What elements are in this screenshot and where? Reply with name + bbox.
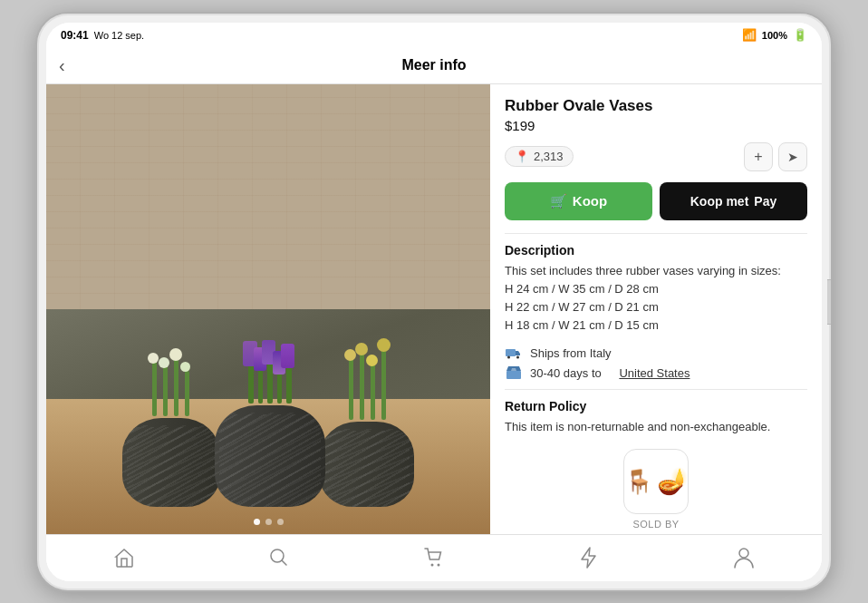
flowers-right	[320, 340, 415, 422]
likes-badge: 📍 2,313	[505, 146, 574, 167]
vase-right	[320, 340, 415, 507]
sold-by-label: SOLD BY	[632, 519, 679, 530]
svg-point-6	[437, 564, 439, 567]
svg-point-2	[516, 356, 519, 359]
applepay-button[interactable]: Koop met Pay	[660, 182, 807, 220]
chair-icon: 🪑	[624, 468, 653, 496]
delivery-text: 30-40 days to	[530, 366, 602, 380]
nav-search[interactable]	[256, 540, 302, 576]
flowers-center	[216, 328, 324, 405]
likes-count: 2,313	[534, 150, 564, 163]
seller-area[interactable]: 🪑 🪔 SOLD BY LOVTTLESION	[505, 449, 807, 534]
description-body: This set includes three rubber vases var…	[505, 262, 807, 336]
dot-2[interactable]	[265, 519, 272, 525]
home-button[interactable]	[827, 279, 833, 325]
flowers-left	[126, 345, 217, 418]
return-policy-title: Return Policy	[505, 399, 807, 413]
return-policy: Return Policy This item is non-returnabl…	[505, 399, 807, 436]
detail-panel: Rubber Ovale Vases $199 📍 2,313 + ➤	[490, 84, 822, 534]
top-nav: ‹ Meer info	[46, 48, 822, 84]
vase-left	[122, 345, 220, 507]
svg-rect-3	[506, 371, 521, 379]
image-dots[interactable]	[46, 519, 490, 525]
nav-home[interactable]	[101, 540, 147, 576]
heart-icon: 📍	[515, 150, 529, 163]
nav-flash[interactable]	[566, 540, 612, 576]
vase-center	[215, 328, 325, 507]
status-date: Wo 12 sep.	[94, 30, 144, 41]
seller-logo-inner: 🪑 🪔	[624, 466, 689, 496]
divider-1	[505, 233, 807, 234]
desc-line3: H 22 cm / W 27 cm / D 21 cm	[505, 298, 807, 316]
ships-from: Ships from Italy	[530, 346, 612, 360]
nav-cart[interactable]	[411, 540, 457, 576]
share-button[interactable]: ➤	[778, 142, 807, 171]
desc-line2: H 24 cm / W 35 cm / D 28 cm	[505, 280, 807, 298]
desc-line1: This set includes three rubber vases var…	[505, 262, 807, 280]
delivery-row: 30-40 days to United States	[505, 365, 807, 380]
main-content: Rubber Ovale Vases $199 📍 2,313 + ➤	[46, 84, 822, 534]
product-price: $199	[505, 118, 807, 133]
status-bar: 09:41 Wo 12 sep. 📶 100% 🔋	[46, 23, 822, 48]
add-button[interactable]: +	[744, 142, 773, 171]
nav-profile[interactable]	[721, 540, 767, 576]
battery-label: 100%	[762, 30, 787, 41]
shipping-from-row: Ships from Italy	[505, 345, 807, 360]
status-time: 09:41	[61, 29, 89, 42]
svg-point-5	[430, 564, 433, 567]
product-image-panel[interactable]	[46, 84, 490, 534]
battery-icon: 🔋	[793, 28, 807, 42]
return-policy-text: This item is non-returnable and non-exch…	[505, 418, 807, 436]
vases-scene	[46, 328, 490, 507]
destination[interactable]: United States	[619, 366, 690, 380]
koop-label: Koop	[573, 193, 607, 209]
svg-rect-0	[506, 349, 516, 356]
page-title: Meer info	[401, 57, 466, 73]
lamp-icon: 🪔	[657, 466, 689, 496]
brick-background	[46, 84, 490, 309]
seller-logo: 🪑 🪔	[623, 449, 689, 514]
wifi-icon: 📶	[742, 28, 757, 42]
product-title: Rubber Ovale Vases	[505, 97, 807, 115]
svg-point-1	[507, 356, 510, 359]
truck-icon	[505, 345, 523, 360]
koop-button[interactable]: 🛒 Koop	[505, 182, 652, 220]
product-image	[46, 84, 490, 534]
svg-point-7	[739, 549, 748, 558]
dot-3[interactable]	[277, 519, 284, 525]
desc-line4: H 18 cm / W 21 cm / D 15 cm	[505, 316, 807, 335]
buy-buttons: 🛒 Koop Koop met Pay	[505, 182, 807, 220]
back-button[interactable]: ‹	[59, 55, 65, 76]
divider-2	[505, 389, 807, 390]
cart-icon: 🛒	[550, 193, 567, 209]
likes-row: 📍 2,313 + ➤	[505, 142, 807, 171]
applepay-text: Koop met Pay	[690, 194, 776, 209]
dot-1[interactable]	[254, 519, 260, 525]
bottom-nav	[46, 534, 822, 581]
box-icon	[505, 365, 523, 380]
likes-actions: + ➤	[744, 142, 807, 171]
description-title: Description	[505, 243, 807, 258]
